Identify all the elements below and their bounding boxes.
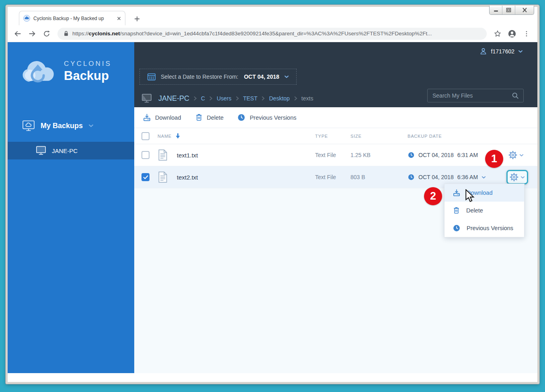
text-file-icon [158,171,168,183]
menu-item-previous-versions[interactable]: Previous Versions [445,219,524,237]
breadcrumb-item[interactable]: C [201,95,205,102]
sort-descending-icon [176,133,180,139]
address-bar[interactable]: https://cyclonis.net/snapshot?device_id=… [57,28,487,40]
column-header-type[interactable]: TYPE [315,134,350,139]
search-input[interactable] [432,92,512,99]
tab-strip: Cyclonis Backup - My Backed up [8,7,537,25]
breadcrumb: JANE-PC C Users TEST Desktop texts [141,94,313,103]
forward-button[interactable] [26,28,38,40]
account-menu[interactable]: f1717602 [479,47,523,55]
minimize-button[interactable] [490,6,502,14]
app-page: CYCLONIS Backup My Backups [8,42,537,373]
search-my-files[interactable] [427,89,524,102]
row-actions-gear-button[interactable] [506,149,526,161]
reload-icon [43,30,51,38]
reload-button[interactable] [41,28,53,40]
file-name: text1.txt [177,152,315,159]
window-controls [489,6,534,15]
clock-icon [408,174,415,181]
clock-icon [237,113,246,122]
chevron-down-icon [88,124,94,127]
main-content: f1717602 Select a Date to Restore From: … [134,42,537,373]
breadcrumb-item[interactable]: Desktop [269,95,289,102]
brand-text: CYCLONIS Backup [64,60,112,83]
sidebar-item-label: My Backups [41,122,83,130]
file-row-text1[interactable]: text1.txt Text File 1.25 KB OCT 04, 2018… [134,144,537,166]
url-domain: cyclonis.net [89,31,120,37]
close-button[interactable] [515,6,534,14]
breadcrumb-item[interactable]: TEST [243,95,258,102]
breadcrumb-item-current: texts [301,95,313,102]
menu-item-label: Delete [466,207,483,214]
backup-monitor-icon [22,120,35,131]
url-path: /snapshot?device_id=win_1ed44cbfa7c1f4de… [120,31,432,37]
backup-time-text: 6:31 AM [457,152,478,158]
browser-window: Cyclonis Backup - My Backed up [6,5,539,384]
annotation-step-1-badge: 1 [485,150,503,168]
url-text: https://cyclonis.net/snapshot?device_id=… [72,31,432,37]
menu-item-download[interactable]: Download [445,184,524,202]
browser-tab[interactable]: Cyclonis Backup - My Backed up [19,11,125,25]
chevron-down-icon [284,75,289,78]
browser-toolbar: https://cyclonis.net/snapshot?device_id=… [8,25,537,42]
page-header: f1717602 Select a Date to Restore From: … [134,42,537,107]
row-actions-gear-button-open[interactable] [506,170,528,184]
file-type: Text File [315,174,350,180]
menu-item-label: Previous Versions [467,225,513,231]
backup-time-text: 6:36 AM [457,174,478,180]
row-checkbox[interactable] [141,151,150,159]
chevron-down-icon[interactable] [481,176,486,179]
new-tab-button[interactable] [131,13,143,24]
sidebar-item-jane-pc[interactable]: JANE-PC [8,142,134,159]
minimize-icon [494,8,498,12]
back-button[interactable] [12,28,24,40]
download-icon [453,189,461,197]
breadcrumb-item-device[interactable]: JANE-PC [158,94,189,103]
clock-icon [408,151,415,159]
previous-versions-action[interactable]: Previous Versions [237,113,296,122]
column-header-size[interactable]: SIZE [350,134,408,139]
search-icon[interactable] [512,92,519,100]
restore-button[interactable] [502,6,515,14]
breadcrumb-item[interactable]: Users [217,95,232,102]
back-icon [13,29,22,38]
chevron-right-icon [261,96,265,101]
row-checkbox[interactable] [141,173,150,181]
checkmark-icon [143,175,148,180]
select-all-checkbox[interactable] [141,132,150,140]
browser-menu-button[interactable] [520,28,533,40]
previous-versions-label: Previous Versions [250,114,296,121]
backup-date-text: OCT 04, 2018 [418,174,454,180]
device-label: JANE-PC [52,147,78,154]
row-context-menu: Download Delete [444,184,525,237]
restore-date-selector[interactable]: Select a Date to Restore From: OCT 04, 2… [139,69,297,85]
profile-avatar-icon [508,29,516,38]
text-file-icon [158,149,168,161]
profile-button[interactable] [506,28,518,40]
delete-label: Delete [207,114,224,121]
column-header-name[interactable]: NAME [158,133,315,139]
delete-action[interactable]: Delete [195,113,224,122]
trash-icon [195,113,203,122]
chevron-right-icon [209,96,213,101]
bookmark-button[interactable] [492,28,504,40]
column-header-backup-date[interactable]: BACKUP DATE [408,134,506,139]
tab-close-icon[interactable] [116,16,122,21]
close-icon [522,8,527,12]
menu-item-delete[interactable]: Delete [445,202,524,219]
sidebar-item-my-backups[interactable]: My Backups [8,117,134,135]
table-header: NAME TYPE SIZE BACKUP DATE [134,128,537,144]
chevron-right-icon [236,96,239,101]
chevron-down-icon [519,154,524,157]
forward-icon [28,29,37,38]
download-label: Download [155,114,181,121]
file-type: Text File [315,152,350,158]
download-action[interactable]: Download [143,113,181,122]
plus-icon [134,16,140,22]
chevron-down-icon [520,176,525,179]
gear-icon [510,173,518,182]
device-monitor-icon [36,146,46,155]
file-size: 803 B [350,174,408,180]
page-bottom-strip [8,373,537,381]
annotation-step-2-badge: 2 [424,187,442,205]
